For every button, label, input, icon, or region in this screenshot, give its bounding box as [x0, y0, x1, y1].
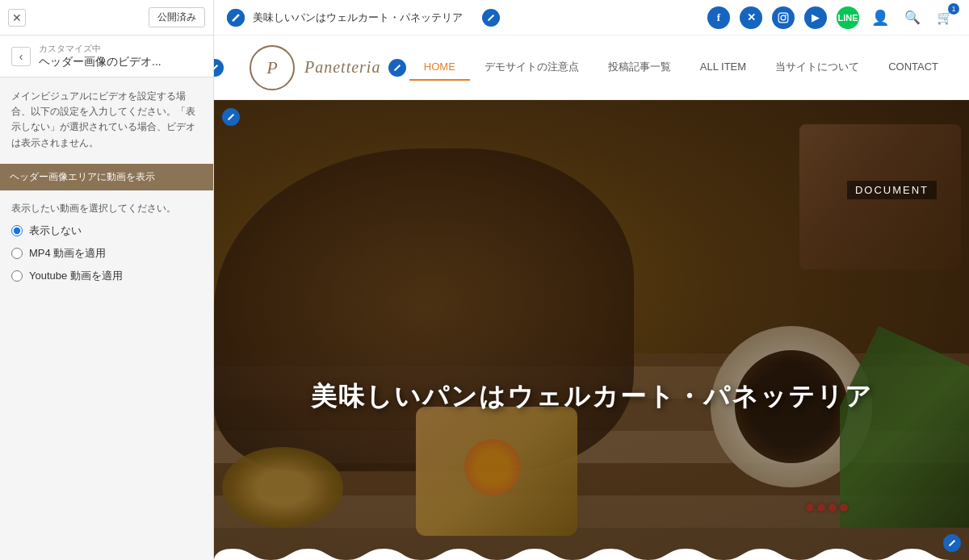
edit-mid-icon[interactable] — [482, 9, 500, 27]
user-icon[interactable]: 👤 — [869, 6, 891, 29]
panel-body: メインビジュアルにビデオを設定する場合、以下の設定を入力してください。「表示しな… — [0, 77, 213, 560]
facebook-icon[interactable]: f — [707, 6, 730, 29]
panel-subtitle: カスタマイズ中 — [39, 43, 162, 55]
nav-allitem[interactable]: ALL ITEM — [686, 54, 761, 81]
close-button[interactable]: ✕ — [8, 9, 26, 27]
top-bar: ✕ 公開済み — [0, 0, 213, 36]
option-youtube-label: Youtube 動画を適用 — [29, 269, 123, 283]
option-mp4-label: MP4 動画を適用 — [29, 246, 106, 261]
option-mp4[interactable]: MP4 動画を適用 — [11, 246, 202, 261]
logo-name: Panetteria — [304, 58, 380, 77]
cart-badge: 1 — [948, 3, 959, 15]
nav-links: HOME デモサイトの注意点 投稿記事一覧 ALL ITEM 当サイトについて … — [409, 53, 953, 82]
nav-home[interactable]: HOME — [409, 54, 470, 81]
panel-description: メインビジュアルにビデオを設定する場合、以下の設定を入力してください。「表示しな… — [11, 89, 202, 151]
publish-button[interactable]: 公開済み — [149, 7, 205, 27]
cart-icon-wrap[interactable]: 🛒 1 — [933, 6, 956, 29]
svg-rect-0 — [778, 13, 788, 23]
nav-about[interactable]: 当サイトについて — [761, 53, 874, 82]
site-title-area: 美味しいパンはウェルカート・パネッテリア — [227, 9, 463, 27]
search-icon[interactable]: 🔍 — [901, 6, 924, 29]
option-none[interactable]: 表示しない — [11, 224, 202, 238]
x-twitter-icon[interactable]: ✕ — [740, 6, 762, 29]
option-youtube[interactable]: Youtube 動画を適用 — [11, 269, 202, 283]
panel-header: ‹ カスタマイズ中 ヘッダー画像のビデオ... — [0, 36, 213, 77]
nav-bar: P Panetteria HOME デモサイトの注意点 投稿記事一覧 ALL I… — [214, 36, 969, 100]
svg-point-2 — [785, 14, 787, 15]
customizer-panel: ✕ 公開済み ‹ カスタマイズ中 ヘッダー画像のビデオ... メインビジュアルに… — [0, 0, 214, 560]
svg-point-1 — [781, 15, 786, 20]
logo-edit-right-icon[interactable] — [388, 59, 406, 77]
select-label: 表示したい動画を選択してください。 — [11, 202, 202, 215]
option-none-label: 表示しない — [29, 224, 82, 238]
wave-bottom — [214, 537, 969, 560]
social-bar: 美味しいパンはウェルカート・パネッテリア f ✕ ▶ LINE 👤 — [214, 0, 969, 36]
logo-area: P Panetteria — [250, 45, 380, 90]
social-icons: f ✕ ▶ LINE 👤 🔍 🛒 1 — [707, 6, 956, 29]
hero-overlay — [214, 100, 969, 560]
nav-contact[interactable]: CONTACT — [874, 54, 953, 81]
doc-label: DOCUMENT — [847, 181, 937, 199]
nav-demo[interactable]: デモサイトの注意点 — [470, 53, 594, 82]
video-options: 表示しない MP4 動画を適用 Youtube 動画を適用 — [11, 224, 202, 283]
bottom-edit-icon[interactable] — [943, 534, 961, 552]
panel-title: ヘッダー画像のビデオ... — [39, 55, 162, 69]
hero-text: 美味しいパンはウェルカート・パネッテリア — [214, 379, 969, 415]
section-heading: ヘッダー画像エリアに動画を表示 — [0, 164, 213, 190]
edit-site-icon[interactable] — [227, 9, 245, 27]
youtube-icon[interactable]: ▶ — [804, 6, 827, 29]
hero-section: DOCUMENT 美味しいパンはウェルカート・パネッテリア — [214, 100, 969, 560]
logo-circle: P — [250, 45, 295, 90]
logo-edit-left-icon[interactable] — [214, 59, 224, 77]
instagram-icon[interactable] — [772, 6, 795, 29]
site-top-title: 美味しいパンはウェルカート・パネッテリア — [253, 10, 463, 25]
hero-edit-icon[interactable] — [222, 108, 240, 126]
nav-posts[interactable]: 投稿記事一覧 — [594, 53, 686, 82]
main-content: 美味しいパンはウェルカート・パネッテリア f ✕ ▶ LINE 👤 — [214, 0, 969, 560]
line-icon[interactable]: LINE — [837, 6, 859, 29]
back-button[interactable]: ‹ — [11, 47, 31, 66]
